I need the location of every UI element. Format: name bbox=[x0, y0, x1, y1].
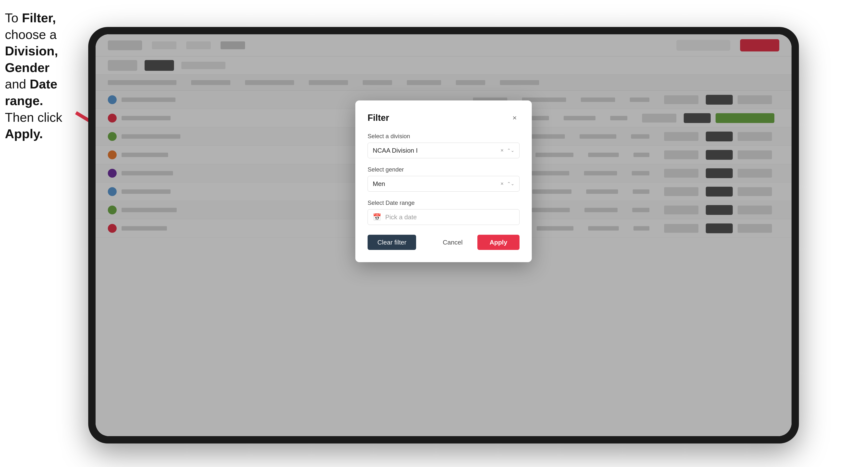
instruction-block: To Filter, choose a Division, Gender and… bbox=[5, 10, 83, 142]
gender-select[interactable]: Men × ⌃⌄ bbox=[368, 176, 520, 192]
division-arrow-icon: ⌃⌄ bbox=[507, 148, 515, 153]
tablet-frame: Filter × Select a division NCAA Division… bbox=[88, 27, 799, 443]
calendar-icon: 📅 bbox=[373, 213, 381, 221]
division-label: Select a division bbox=[368, 133, 520, 139]
apply-button[interactable]: Apply bbox=[477, 235, 520, 250]
division-form-group: Select a division NCAA Division I × ⌃⌄ bbox=[368, 133, 520, 158]
division-clear-icon[interactable]: × bbox=[500, 147, 504, 154]
division-select-value: NCAA Division I bbox=[373, 147, 418, 154]
date-input[interactable]: 📅 Pick a date bbox=[368, 209, 520, 225]
clear-filter-button[interactable]: Clear filter bbox=[368, 235, 416, 250]
modal-title: Filter bbox=[368, 113, 389, 123]
cancel-button[interactable]: Cancel bbox=[433, 235, 472, 250]
modal-header: Filter × bbox=[368, 113, 520, 123]
gender-label: Select gender bbox=[368, 166, 520, 173]
gender-clear-icon[interactable]: × bbox=[500, 181, 504, 187]
bold-filter: Filter, bbox=[22, 11, 56, 25]
filter-modal: Filter × Select a division NCAA Division… bbox=[355, 100, 532, 262]
division-select[interactable]: NCAA Division I × ⌃⌄ bbox=[368, 143, 520, 158]
bold-apply: Apply. bbox=[5, 127, 43, 141]
instruction-line1: To Filter, choose a bbox=[5, 11, 57, 42]
gender-form-group: Select gender Men × ⌃⌄ bbox=[368, 166, 520, 192]
bold-date-range: Date range. bbox=[5, 77, 57, 108]
date-label: Select Date range bbox=[368, 199, 520, 206]
date-placeholder: Pick a date bbox=[385, 213, 417, 221]
gender-select-value: Men bbox=[373, 180, 385, 188]
modal-footer: Clear filter Cancel Apply bbox=[368, 235, 520, 250]
division-select-controls: × ⌃⌄ bbox=[500, 147, 515, 154]
modal-close-button[interactable]: × bbox=[510, 113, 520, 123]
date-form-group: Select Date range 📅 Pick a date bbox=[368, 199, 520, 225]
tablet-screen: Filter × Select a division NCAA Division… bbox=[96, 34, 792, 436]
instruction-line3: and Date range. bbox=[5, 77, 57, 108]
footer-right-buttons: Cancel Apply bbox=[433, 235, 520, 250]
gender-select-controls: × ⌃⌄ bbox=[500, 181, 515, 187]
bold-division-gender: Division, Gender bbox=[5, 44, 58, 75]
gender-arrow-icon: ⌃⌄ bbox=[507, 181, 515, 186]
instruction-line4: Then click Apply. bbox=[5, 110, 62, 141]
